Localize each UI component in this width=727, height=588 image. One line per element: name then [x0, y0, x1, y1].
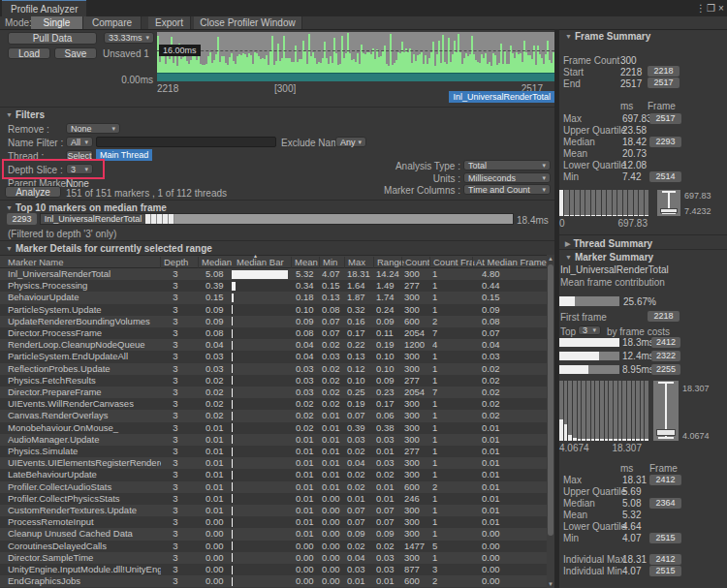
median-bar [232, 376, 233, 385]
pull-data-button[interactable]: Pull Data [8, 32, 97, 45]
first-frame-button[interactable]: 2218 [648, 311, 680, 322]
cell-count-frame: 4 [432, 339, 461, 351]
table-row[interactable]: EndGraphicsJobs30.000.000.000.010.016002… [0, 575, 547, 587]
exclude-names-dropdown[interactable]: Any▾ [335, 137, 366, 147]
table-row[interactable]: UpdateRendererBoundingVolumes30.090.090.… [0, 316, 547, 327]
menu-icon[interactable]: ⋮ [696, 2, 706, 15]
table-row[interactable]: Director.SampleTime30.000.000.000.040.03… [0, 552, 547, 564]
cell-count-frame: 7 [432, 387, 461, 398]
frame-link-button[interactable]: 2514 [649, 171, 681, 182]
cell-at-median-frame: 0.08 [482, 316, 521, 327]
col-median-bar[interactable]: Median Bar [229, 257, 297, 268]
marker-summary-header[interactable]: ▼Marker Summary [565, 252, 653, 263]
frame-link-button[interactable]: 2322 [651, 351, 680, 361]
frame-link-button[interactable]: 2517 [649, 113, 681, 124]
table-row[interactable]: CoroutinesDelayedCalls30.000.000.000.020… [0, 541, 547, 552]
frame-time-graph[interactable]: 16.00ms [157, 32, 554, 81]
close-profiler-window-button[interactable]: Close Profiler Window [194, 16, 302, 29]
col-count-frame[interactable]: Count Frame [429, 257, 475, 268]
table-row[interactable]: ParticleSystem.EndUpdateAll30.030.040.03… [0, 351, 547, 362]
frame-link-button[interactable]: 2412 [649, 554, 681, 565]
frame-link-button[interactable]: 2515 [649, 533, 681, 543]
marker-details-header[interactable]: ▼Marker Details for currently selected r… [6, 243, 212, 254]
cell-marker-name: UIEvents.UIElementsRegisterRenderers [8, 457, 161, 469]
cell-mean: 0.18 [296, 292, 322, 303]
table-row[interactable]: BehaviourUpdate30.150.180.131.871.743001… [0, 292, 547, 303]
mode-single-button[interactable]: Single [31, 16, 83, 29]
table-row[interactable]: Canvas.RenderOverlays30.020.020.010.070.… [0, 410, 547, 421]
table-row[interactable]: AudioManager.Update30.010.010.010.030.03… [0, 434, 547, 446]
scale-dropdown[interactable]: 33.33ms ▾ [104, 32, 154, 44]
cell-count-frame: 1 [432, 375, 461, 387]
start-frame-button[interactable]: 2218 [648, 66, 680, 77]
table-row[interactable]: ProcessRemoteInput30.000.010.000.070.073… [0, 516, 547, 528]
name-filter-input[interactable] [96, 137, 276, 147]
units-dropdown[interactable]: Milliseconds▾ [463, 172, 551, 183]
top-n-dropdown[interactable]: 3▾ [578, 325, 601, 335]
export-button[interactable]: Export [148, 16, 191, 29]
table-row[interactable]: Inl_UniversalRenderTotal35.085.324.0718.… [0, 268, 547, 280]
table-row[interactable]: UIEvents.WillRenderCanvases30.020.020.02… [0, 398, 547, 410]
selected-marker-tag[interactable]: Inl_UniversalRenderTotal [449, 91, 554, 103]
table-row[interactable]: CustomRenderTextures.Update30.010.010.00… [0, 505, 547, 516]
remove-dropdown[interactable]: None▾ [66, 123, 120, 134]
col-mean[interactable]: Mean [291, 257, 322, 268]
frame-link-button[interactable]: 2515 [649, 566, 681, 576]
table-row[interactable]: UnityEngine.InputModule.dll!UnityEngineI… [0, 564, 547, 575]
depth-slice-dropdown[interactable]: 3▾ [66, 164, 93, 174]
table-row[interactable]: RenderLoop.CleanupNodeQueue30.040.040.02… [0, 339, 547, 351]
tab-profile-analyzer[interactable]: Profile Analyzer [2, 0, 86, 16]
marker-columns-dropdown[interactable]: Time and Count▾ [463, 184, 551, 195]
table-row[interactable]: Profiler.CollectPhysicsStats30.010.010.0… [0, 493, 547, 505]
mode-compare-button[interactable]: Compare [83, 16, 142, 29]
table-scrollbar[interactable]: ▲ ▼ [547, 255, 554, 588]
table-row[interactable]: Physics.Simulate30.010.010.010.020.01277… [0, 446, 547, 457]
table-row[interactable]: Physics.FetchResults30.020.030.020.100.0… [0, 375, 547, 387]
stat-label: Max [563, 113, 582, 124]
table-row[interactable]: ReflectionProbes.Update30.030.030.020.12… [0, 363, 547, 375]
thread-select-button[interactable]: Select [66, 150, 93, 161]
cell-depth: 3 [163, 280, 188, 292]
thread-summary-header[interactable]: ▶Thread Summary [565, 238, 652, 249]
close-icon[interactable]: × [718, 2, 724, 15]
scroll-up-icon[interactable]: ▲ [547, 256, 554, 262]
maximize-icon[interactable]: ❐ [707, 2, 715, 15]
save-button[interactable]: Save [54, 47, 97, 59]
top10-selected-segment[interactable]: Inl_UniversalRenderTotal [41, 214, 146, 224]
table-row[interactable]: ParticleSystem.Update30.090.100.080.320.… [0, 304, 547, 316]
frame-link-button[interactable]: 2412 [649, 475, 681, 485]
analysis-type-dropdown[interactable]: Total▾ [463, 160, 551, 170]
table-row[interactable]: UIEvents.UIElementsRegisterRenderers30.0… [0, 457, 547, 469]
frame-link-button[interactable]: 2364 [649, 498, 681, 509]
frame-cost-bar [559, 365, 619, 374]
table-row[interactable]: Director.ProcessFrame30.080.080.070.170.… [0, 327, 547, 339]
frame-link-button[interactable]: 2293 [649, 137, 681, 147]
frame-link-button[interactable]: 2255 [651, 364, 680, 375]
frame-link-button[interactable]: 2412 [651, 337, 680, 348]
top10-bar[interactable]: Inl_UniversalRenderTotal [40, 213, 514, 225]
analyze-button[interactable]: Analyze [5, 186, 61, 198]
scroll-down-icon[interactable]: ▼ [547, 581, 554, 587]
table-row[interactable]: Physics.Processing30.390.340.151.641.492… [0, 280, 547, 292]
col-depth[interactable]: Depth [160, 257, 201, 268]
table-row[interactable]: Monobehaviour.OnMouse_30.010.020.010.390… [0, 422, 547, 434]
table-row[interactable]: Director.PrepareFrame30.020.030.020.250.… [0, 387, 547, 398]
col-marker-name[interactable]: Marker Name [5, 257, 161, 268]
load-button[interactable]: Load [8, 47, 50, 59]
name-filter-mode-dropdown[interactable]: All▾ [66, 137, 93, 147]
frame-summary-header[interactable]: ▼Frame Summary [565, 31, 650, 42]
thread-value-tag[interactable]: Main Thread [96, 149, 152, 161]
table-row[interactable]: LateBehaviourUpdate30.010.010.010.020.02… [0, 469, 547, 480]
filters-header[interactable]: ▼Filters [6, 109, 45, 120]
col-at-median-frame[interactable]: At Median Frame [472, 257, 548, 268]
table-row[interactable]: Profiler.CollectAudioStats30.010.010.010… [0, 481, 547, 493]
contribution-value: 25.67% [623, 296, 656, 307]
top10-header[interactable]: ▼Top 10 markers on median frame [6, 202, 167, 213]
col-max[interactable]: Max [344, 257, 377, 268]
divider [0, 240, 554, 241]
top10-frame-button[interactable]: 2293 [7, 213, 37, 225]
top-n-label: Top [560, 326, 576, 337]
end-frame-button[interactable]: 2517 [648, 77, 680, 88]
table-row[interactable]: Cleanup Unused Cached Data30.000.010.000… [0, 528, 547, 540]
scrollbar-thumb[interactable] [548, 264, 553, 536]
